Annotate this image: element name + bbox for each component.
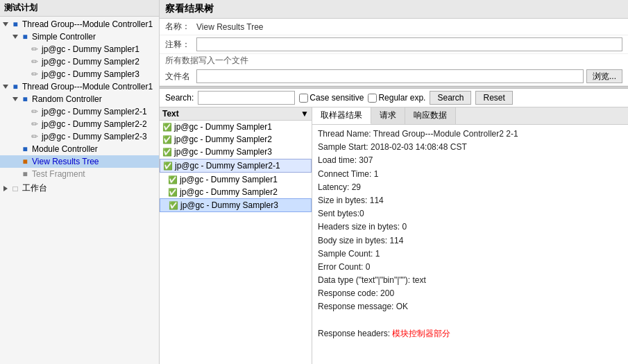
right-panel: 察看结果树 名称： View Results Tree 注释： 所有数据写入一个… — [160, 0, 628, 364]
tree-area: ■ Thread Group---Module Controller1 ■ Si… — [0, 17, 159, 364]
expand-icon — [1, 20, 10, 28]
result-label: jp@gc - Dummy Sampler2-1 — [175, 161, 280, 171]
regular-exp-checkbox[interactable] — [368, 94, 377, 103]
thread-icon: ■ — [10, 19, 21, 30]
right-panel-title: 察看结果树 — [160, 0, 628, 19]
result-label: jp@gc - Dummy Sampler1 — [174, 122, 272, 132]
tree-item-s1d3[interactable]: ✏ jp@gc - Dummy Sampler3 — [0, 68, 159, 80]
status-check-icon: ✅ — [163, 162, 173, 171]
all-data-label: 所有数据写入一个文件 — [165, 55, 248, 65]
comment-row: 注释： — [160, 35, 628, 54]
left-panel: 测试计划 ■ Thread Group---Module Controller1… — [0, 0, 160, 364]
case-sensitive-checkbox[interactable] — [299, 94, 308, 103]
left-panel-title: 测试计划 — [0, 0, 159, 17]
tree-item-s2d1[interactable]: ✏ jp@gc - Dummy Sampler2-1 — [0, 105, 159, 118]
status-check-icon: ✅ — [162, 123, 172, 132]
detail-line-1: Thread Name: Thread Group---Module Contr… — [318, 128, 622, 141]
search-label: Search: — [165, 93, 194, 103]
results-area: Text ▼ ✅ jp@gc - Dummy Sampler1 ✅ jp@gc … — [160, 107, 628, 364]
tree-label: jp@gc - Dummy Sampler2-2 — [42, 119, 147, 129]
detail-line-15 — [318, 314, 622, 327]
spacer — [21, 70, 29, 78]
detail-line-17 — [318, 340, 622, 354]
expand-icon — [1, 184, 10, 193]
expand-icon — [11, 33, 19, 41]
file-input[interactable] — [196, 69, 584, 83]
tree-label: Thread Group---Module Controller1 — [22, 19, 153, 29]
sampler-icon: ✏ — [29, 106, 40, 117]
tree-item-s1d2[interactable]: ✏ jp@gc - Dummy Sampler2 — [0, 55, 159, 68]
name-value: View Results Tree — [196, 22, 622, 32]
sampler-icon: ✏ — [29, 44, 40, 55]
result-item-r5[interactable]: ✅ jp@gc - Dummy Sampler1 — [160, 173, 312, 186]
tree-label: Module Controller — [32, 144, 98, 154]
sampler-icon: ✏ — [29, 119, 40, 130]
search-button[interactable]: Search — [430, 91, 471, 105]
tree-item-s2d3[interactable]: ✏ jp@gc - Dummy Sampler2-3 — [0, 130, 159, 143]
tab-request[interactable]: 请求 — [371, 107, 405, 124]
tree-item-s2d2[interactable]: ✏ jp@gc - Dummy Sampler2-2 — [0, 118, 159, 130]
detail-line-7: Sent bytes:0 — [318, 207, 622, 220]
spacer — [11, 170, 19, 178]
result-item-r7[interactable]: ✅ jp@gc - Dummy Sampler3 — [160, 198, 312, 212]
tree-label: Simple Controller — [32, 32, 96, 42]
annotation-text: 模块控制器部分 — [392, 329, 450, 338]
detail-tabs: 取样器结果 请求 响应数据 — [312, 107, 628, 125]
tree-item-s1d1[interactable]: ✏ jp@gc - Dummy Sampler1 — [0, 43, 159, 55]
result-item-r4[interactable]: ✅ jp@gc - Dummy Sampler2-1 — [160, 159, 312, 173]
result-label: jp@gc - Dummy Sampler3 — [174, 147, 272, 157]
result-label: jp@gc - Dummy Sampler3 — [180, 200, 278, 210]
tree-label: Random Controller — [32, 94, 102, 104]
detail-line-14: Response message: OK — [318, 300, 622, 313]
expand-icon — [1, 83, 10, 91]
result-label: jp@gc - Dummy Sampler2 — [180, 187, 278, 197]
comment-input[interactable] — [196, 37, 622, 51]
result-item-r1[interactable]: ✅ jp@gc - Dummy Sampler1 — [160, 121, 312, 133]
detail-line-2: Sample Start: 2018-02-03 14:08:48 CST — [318, 141, 622, 154]
tree-item-random1[interactable]: ■ Random Controller — [0, 93, 159, 105]
sampler-icon: ✏ — [29, 56, 40, 67]
result-item-r6[interactable]: ✅ jp@gc - Dummy Sampler2 — [160, 186, 312, 198]
tree-item-module1[interactable]: ■ Module Controller — [0, 143, 159, 155]
thread-icon: ■ — [10, 81, 21, 92]
spacer — [11, 145, 19, 153]
browse-button[interactable]: 浏览... — [586, 69, 622, 83]
tree-item-thread1[interactable]: ■ Thread Group---Module Controller1 — [0, 18, 159, 31]
detail-line-8: Headers size in bytes: 0 — [318, 220, 622, 234]
tree-label: View Results Tree — [32, 157, 99, 166]
comment-label: 注释： — [165, 39, 196, 51]
sampler-icon: ✏ — [29, 69, 40, 80]
result-label: jp@gc - Dummy Sampler1 — [180, 175, 278, 184]
result-item-r2[interactable]: ✅ jp@gc - Dummy Sampler2 — [160, 133, 312, 146]
search-input[interactable] — [198, 91, 295, 105]
status-check-icon: ✅ — [168, 175, 178, 184]
controller-icon: ■ — [19, 94, 31, 105]
tree-label: 工作台 — [22, 182, 47, 194]
spacer — [21, 58, 29, 66]
tree-item-thread2[interactable]: ■ Thread Group---Module Controller1 — [0, 80, 159, 93]
workbench-icon: □ — [10, 183, 21, 194]
case-sensitive-label: Case sensitive — [299, 93, 364, 103]
tree-item-test1[interactable]: ■ Test Fragment — [0, 168, 159, 180]
tab-sampler-result[interactable]: 取样器结果 — [312, 107, 371, 124]
result-label: jp@gc - Dummy Sampler2 — [174, 135, 272, 144]
file-row: 文件名 浏览... — [160, 67, 628, 86]
tree-label: jp@gc - Dummy Sampler3 — [42, 69, 139, 79]
detail-panel: 取样器结果 请求 响应数据 Thread Name: Thread Group-… — [312, 107, 628, 364]
detail-line-13: Response code: 200 — [318, 287, 622, 300]
search-row: Search: Case sensitive Regular exp. Sear… — [160, 89, 628, 107]
list-sort-icon[interactable]: ▼ — [300, 109, 309, 119]
name-label: 名称： — [165, 21, 196, 33]
spacer — [21, 120, 29, 128]
detail-line-11: Error Count: 0 — [318, 261, 622, 274]
tree-label: Thread Group---Module Controller1 — [22, 82, 153, 92]
result-item-r3[interactable]: ✅ jp@gc - Dummy Sampler3 — [160, 146, 312, 158]
tree-item-simple1[interactable]: ■ Simple Controller — [0, 31, 159, 43]
detail-line-6: Size in bytes: 114 — [318, 194, 622, 207]
reset-button[interactable]: Reset — [475, 91, 512, 105]
expand-icon — [11, 95, 19, 103]
tab-response-data[interactable]: 响应数据 — [405, 107, 456, 124]
tree-item-vrt1[interactable]: ■ View Results Tree — [0, 155, 159, 168]
workbench-item[interactable]: □ 工作台 — [0, 182, 159, 195]
status-check-icon: ✅ — [169, 201, 178, 210]
